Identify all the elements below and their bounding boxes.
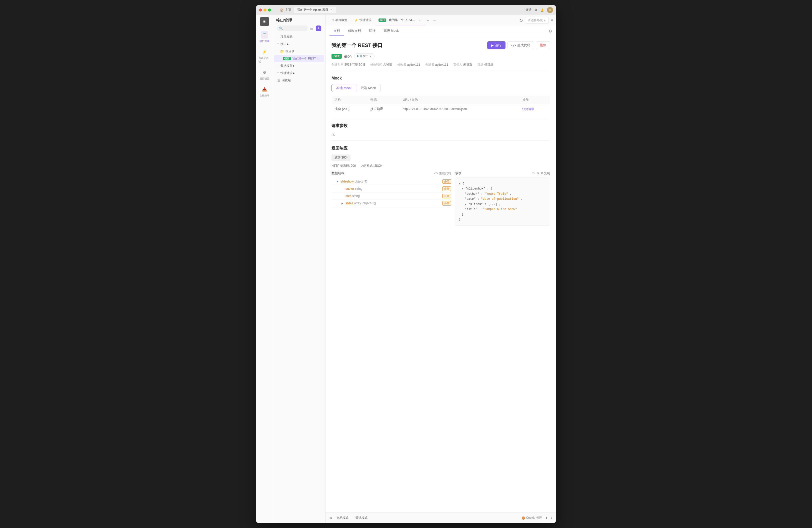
doc-tab-run[interactable]: 运行 [365,26,379,36]
tab-project[interactable]: 我的第一个 Apifox 项目 ✕ [294,7,336,13]
tab-project-label: 我的第一个 Apifox 项目 [297,8,328,12]
tree-toggle-slides[interactable]: ▶ [342,202,346,205]
mock-row-0: 成功 (200) 接口响应 http://127.0.0.1:4523/m1/2… [332,104,550,114]
invite-button[interactable]: 邀请 [525,8,532,12]
add-tab-button[interactable]: + [425,16,431,25]
generate-code-button[interactable]: </> 生成代码 [508,41,534,49]
sidebar-item-automation-test[interactable]: ⚡ 自动化测试 [258,46,272,65]
more-options-icon[interactable]: ≡ [551,18,553,23]
bottom-info-icon[interactable]: ℹ [551,516,552,520]
sidebar-item-api-management[interactable]: 📋 接口管理 [258,29,272,45]
mock-col-name: 名称 [332,96,367,104]
online-share-icon: 📤 [261,86,268,93]
doc-tab-advanced-mock[interactable]: 高级 Mock [379,26,403,36]
trash-icon: 🗑 [277,78,280,82]
top-tabs-row: □ 项目概览 ⚡ 快捷请求 GET 我的第一个 REST... ✕ + ··· … [325,15,556,26]
example-line-5: ▶ "slides" : [...] , [459,202,546,207]
tab-project-overview[interactable]: □ 项目概览 [329,15,351,25]
bottom-export-icon[interactable]: ⬆ [545,516,548,520]
request-params-section: 请求参数 无 [332,123,550,136]
tab-rest-label: 我的第一个 REST... [389,18,415,22]
filter-button[interactable]: ☰ [309,25,314,31]
delete-button[interactable]: 删除 [536,41,550,49]
nav-item-quick-request[interactable]: □ 快捷请求 ▸ [274,70,324,77]
bottom-tab-debug-mode[interactable]: 调试模式 [353,515,370,521]
tree-row-author: author string 必需 [332,185,451,192]
search-input[interactable] [284,27,305,30]
bottom-tab-doc-mode[interactable]: 文档模式 [334,515,351,521]
example-line-2: ▼ "slideshow" : { [459,186,546,191]
data-example-row: 数据结构 </> 生成代码 [332,171,550,226]
run-button[interactable]: ▶ 运行 [487,41,506,49]
title-tabs: 🏠 主页 我的第一个 Apifox 项目 ✕ [277,7,523,13]
mock-tabs: 本地 Mock 云端 Mock [332,84,550,92]
example-copy-icon[interactable]: ⧉ [537,172,539,175]
close-button[interactable] [259,9,262,12]
env-select[interactable]: 请选择环境 ∨ [525,17,549,24]
sidebar-item-project-settings[interactable]: ⚙ 项目设置 [258,67,272,83]
tree-row-date: date string 必需 [332,192,451,200]
status-badge[interactable]: 开发中 ∨ [354,53,375,59]
tab-rest-close[interactable]: ✕ [418,18,421,22]
nav-item-root-dir[interactable]: 📁 根目录 [274,48,324,55]
tree-toggle-slideshow[interactable]: ▼ [336,180,340,183]
example-title: 示例 [455,171,462,176]
mock-tab-local[interactable]: 本地 Mock [332,84,356,92]
nav-item-my-first-rest[interactable]: GET 我的第一个 REST ... [274,55,324,62]
online-share-label: 在线分享 [260,94,270,98]
expand-root[interactable]: ▼ [459,182,461,186]
folder-icon: 📁 [280,49,284,53]
mock-section: Mock 本地 Mock 云端 Mock 名称 来源 [332,76,550,114]
meta-row: 创建时间 2023年3月10日 修改时间 几秒前 修改者 apifox111 创… [332,62,550,67]
example-header: 示例 ↻ ⧉ ⧉ 复制 [455,171,550,176]
meta-modified: 修改时间 几秒前 [370,62,392,67]
more-tabs-button[interactable]: ··· [431,16,438,24]
mock-quick-request-link[interactable]: 快捷请求 [522,107,534,111]
sidebar-item-online-share[interactable]: 📤 在线分享 [258,84,272,100]
sync-icon[interactable]: ↻ [519,18,523,23]
maximize-button[interactable] [268,9,271,12]
ds-generate-code-button[interactable]: </> 生成代码 [434,171,451,176]
avatar[interactable]: A [547,7,553,13]
titlebar: 🏠 主页 我的第一个 Apifox 项目 ✕ 邀请 ⚙ 🔔 A [256,5,556,15]
tab-home[interactable]: 🏠 主页 [277,7,294,13]
doc-tab-settings-icon[interactable]: ⚙ [549,29,552,33]
home-icon: 🏠 [280,8,284,12]
status-chevron: ∨ [369,55,372,58]
settings-icon[interactable]: ⚙ [535,8,537,12]
nav-item-recycle-bin[interactable]: 🗑 回收站 [274,77,324,84]
cookie-mgmt-button[interactable]: 🍪 Cookie 管理 [522,516,542,520]
example-refresh-icon[interactable]: ↻ [532,172,535,175]
path-text: /json [344,54,352,58]
doc-tab-document[interactable]: 文档 [330,26,344,36]
tab-close-icon[interactable]: ✕ [330,8,333,12]
logo-icon: ■ [263,19,266,24]
ds-title: 数据结构 [332,171,345,176]
api-management-icon: 📋 [261,31,268,39]
mock-col-url: URL / 参数 [400,96,519,104]
doc-tabs: 文档 修改文档 运行 高级 Mock ⚙ [325,26,556,36]
mock-tab-cloud-label: 云端 Mock [361,86,376,90]
minimize-button[interactable] [263,9,266,12]
search-bar: 🔍 ☰ + [275,25,323,31]
add-button[interactable]: + [316,26,321,31]
nav-item-project-overview[interactable]: □ 项目概览 [274,33,324,41]
doc-tab-modify[interactable]: 修改文档 [344,26,365,36]
doc-tab-advanced-mock-label: 高级 Mock [383,29,399,32]
expand-slideshow[interactable]: ▼ [462,187,464,191]
mock-tab-cloud[interactable]: 云端 Mock [356,84,381,92]
tab-my-first-rest[interactable]: GET 我的第一个 REST... ✕ [375,15,425,25]
tab-quick-request[interactable]: ⚡ 快捷请求 [351,15,375,25]
nav-item-interface[interactable]: □ 接口 ▸ [274,41,324,48]
notification-icon[interactable]: 🔔 [540,8,544,12]
expand-bottom-icon[interactable]: ⇆ [330,516,332,520]
copy-button[interactable]: ⧉ 复制 [541,171,550,176]
example-line-8: } [459,217,546,222]
bottom-bar-left: ⇆ 文档模式 调试模式 [330,515,370,521]
example-line-1: ▼ { [459,181,546,186]
copy-icon: ⧉ [541,172,543,175]
nav-item-data-model[interactable]: □ 数据模型 ▸ [274,62,324,70]
expand-slides[interactable]: ▶ [465,203,466,206]
response-status-tag[interactable]: 成功(200) [332,155,350,161]
mock-cell-action: 快捷请求 [519,104,550,114]
